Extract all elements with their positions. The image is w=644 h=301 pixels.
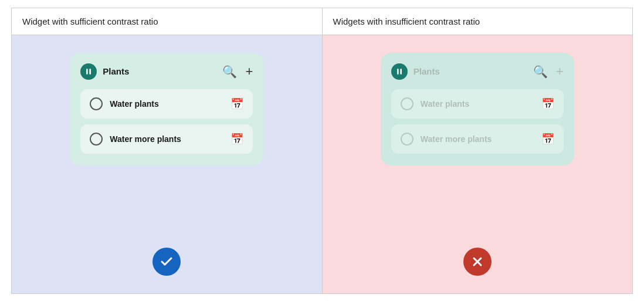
widget-header-good: Plants 🔍 + <box>80 63 253 80</box>
play-icon <box>84 67 93 76</box>
good-indicator <box>152 248 181 276</box>
task-item-good-2: Water more plants 📅 <box>80 124 253 154</box>
calendar-icon-bad-1: 📅 <box>541 97 554 110</box>
widget-actions-bad: 🔍 + <box>533 64 564 79</box>
task-label-bad-2: Water more plants <box>421 134 541 144</box>
task-label-good-2: Water more plants <box>110 134 231 144</box>
task-label-good-1: Water plants <box>110 99 231 109</box>
task-item-good-1: Water plants 📅 <box>80 89 253 119</box>
add-icon-bad[interactable]: + <box>556 64 564 79</box>
svg-rect-3 <box>400 69 402 74</box>
column-body-good: Plants 🔍 + Water plants 📅 Water more pla… <box>12 35 322 293</box>
calendar-icon-good-1: 📅 <box>231 97 243 110</box>
column-header-good: Widget with sufficient contrast ratio <box>12 8 322 35</box>
column-good: Widget with sufficient contrast ratio Pl… <box>12 8 323 293</box>
task-checkbox-good-2[interactable] <box>90 133 103 146</box>
task-item-bad-2: Water more plants 📅 <box>391 124 564 154</box>
play-icon-bad <box>395 67 404 76</box>
widget-card-good: Plants 🔍 + Water plants 📅 Water more pla… <box>70 53 263 165</box>
bad-indicator <box>463 248 492 276</box>
x-icon <box>470 255 484 269</box>
comparison-table: Widget with sufficient contrast ratio Pl… <box>11 8 633 294</box>
widget-title-good: Plants <box>103 66 222 76</box>
search-icon-bad[interactable]: 🔍 <box>533 65 548 79</box>
widget-title-bad: Plants <box>413 66 533 76</box>
column-header-label-good: Widget with sufficient contrast ratio <box>22 16 158 26</box>
widget-header-bad: Plants 🔍 + <box>391 63 564 80</box>
task-checkbox-bad-1[interactable] <box>401 97 413 110</box>
widget-card-bad: Plants 🔍 + Water plants 📅 Water more pla… <box>381 53 574 165</box>
checkmark-icon <box>160 255 174 269</box>
svg-rect-0 <box>86 69 88 74</box>
calendar-icon-good-2: 📅 <box>231 133 243 146</box>
calendar-icon-bad-2: 📅 <box>541 133 554 146</box>
task-item-bad-1: Water plants 📅 <box>391 89 564 119</box>
column-header-bad: Widgets with insufficient contrast ratio <box>323 8 633 35</box>
svg-rect-1 <box>90 69 91 74</box>
widget-icon-bad <box>391 63 408 80</box>
widget-actions-good: 🔍 + <box>222 64 253 79</box>
svg-rect-2 <box>397 69 399 74</box>
widget-icon-good <box>80 63 97 80</box>
column-bad: Widgets with insufficient contrast ratio… <box>323 8 633 293</box>
search-icon-good[interactable]: 🔍 <box>222 65 237 79</box>
add-icon-good[interactable]: + <box>245 64 253 79</box>
task-checkbox-good-1[interactable] <box>90 97 103 110</box>
column-body-bad: Plants 🔍 + Water plants 📅 Water more pla… <box>323 35 633 293</box>
task-label-bad-1: Water plants <box>421 99 541 109</box>
column-header-label-bad: Widgets with insufficient contrast ratio <box>333 16 480 26</box>
task-checkbox-bad-2[interactable] <box>401 133 413 146</box>
